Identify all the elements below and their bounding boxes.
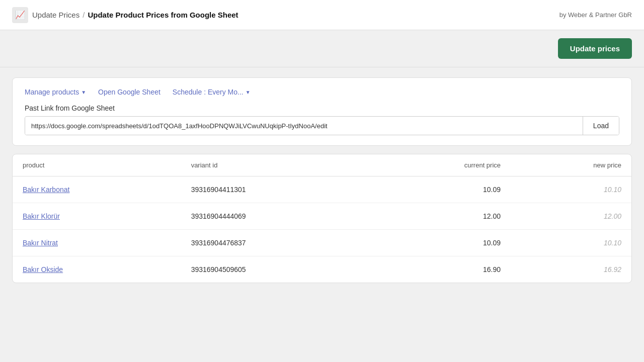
google-sheet-url-input[interactable]: [25, 117, 583, 135]
manage-products-label: Manage products: [25, 88, 79, 96]
cell-current-price: 10.09: [369, 176, 511, 203]
product-link[interactable]: Bakır Klorür: [23, 212, 60, 220]
manage-products-link[interactable]: Manage products ▼: [25, 88, 86, 96]
open-google-sheet-link[interactable]: Open Google Sheet: [98, 88, 160, 96]
vendor-label: by Weber & Partner GbR: [559, 11, 632, 19]
breadcrumb-separator: /: [83, 11, 85, 19]
cell-current-price: 16.90: [369, 256, 511, 283]
cell-product: Bakır Klorür: [13, 203, 181, 230]
cell-new-price: 10.10: [511, 176, 631, 203]
products-table-card: product variant id current price new pri…: [12, 154, 632, 283]
cell-new-price: 12.00: [511, 203, 631, 230]
breadcrumb-link[interactable]: Update Prices: [32, 11, 79, 19]
cell-current-price: 10.09: [369, 230, 511, 256]
load-button[interactable]: Load: [583, 117, 619, 135]
cell-product: Bakır Okside: [13, 256, 181, 283]
product-link[interactable]: Bakır Karbonat: [23, 186, 69, 194]
table-body: Bakır Karbonat3931690441130110.0910.10Ba…: [13, 176, 631, 283]
header-left: 📈 Update Prices / Update Product Prices …: [12, 7, 238, 23]
toolbar-row: Manage products ▼ Open Google Sheet Sche…: [25, 88, 619, 96]
schedule-label: Schedule : Every Mo...: [173, 88, 244, 96]
schedule-chevron-icon: ▼: [246, 89, 251, 95]
breadcrumb-current: Update Product Prices from Google Sheet: [88, 11, 238, 19]
cell-variant-id: 39316904509605: [181, 256, 369, 283]
cell-product: Bakır Karbonat: [13, 176, 181, 203]
header-bar: 📈 Update Prices / Update Product Prices …: [0, 0, 644, 30]
action-bar: Update prices: [0, 30, 644, 67]
cell-variant-id: 39316904411301: [181, 176, 369, 203]
cell-new-price: 10.10: [511, 230, 631, 256]
schedule-link[interactable]: Schedule : Every Mo... ▼: [173, 88, 251, 96]
table-header: product variant id current price new pri…: [13, 154, 631, 176]
cell-variant-id: 39316904476837: [181, 230, 369, 256]
col-variant-id: variant id: [181, 154, 369, 176]
col-current-price: current price: [369, 154, 511, 176]
products-table: product variant id current price new pri…: [13, 154, 631, 283]
settings-card: Manage products ▼ Open Google Sheet Sche…: [12, 77, 632, 146]
link-input-row: Load: [25, 116, 619, 135]
breadcrumb: Update Prices / Update Product Prices fr…: [32, 11, 238, 19]
cell-current-price: 12.00: [369, 203, 511, 230]
product-link[interactable]: Bakır Nitrat: [23, 239, 58, 247]
cell-product: Bakır Nitrat: [13, 230, 181, 256]
cell-new-price: 16.92: [511, 256, 631, 283]
link-label: Past Link from Google Sheet: [25, 104, 619, 112]
cell-variant-id: 39316904444069: [181, 203, 369, 230]
table-row: Bakır Karbonat3931690441130110.0910.10: [13, 176, 631, 203]
table-row: Bakır Klorür3931690444406912.0012.00: [13, 203, 631, 230]
product-link[interactable]: Bakır Okside: [23, 265, 63, 274]
app-logo-icon: 📈: [12, 7, 28, 23]
update-prices-button[interactable]: Update prices: [558, 38, 632, 59]
manage-products-chevron-icon: ▼: [81, 89, 86, 95]
table-row: Bakır Nitrat3931690447683710.0910.10: [13, 230, 631, 256]
col-new-price: new price: [511, 154, 631, 176]
col-product: product: [13, 154, 181, 176]
main-content: Manage products ▼ Open Google Sheet Sche…: [0, 67, 644, 293]
table-row: Bakır Okside3931690450960516.9016.92: [13, 256, 631, 283]
